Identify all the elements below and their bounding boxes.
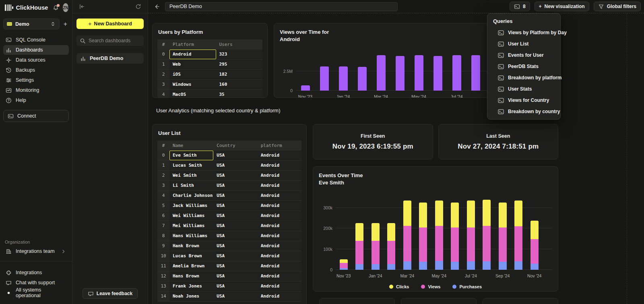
table-cell[interactable]: Android — [258, 231, 301, 241]
table-cell[interactable]: Lucas Brown — [169, 251, 213, 261]
table-cell[interactable]: 14 — [157, 291, 169, 301]
search-dashboards-input[interactable] — [89, 38, 140, 43]
table-cell[interactable]: USA — [213, 211, 257, 221]
bar-Mar24[interactable] — [403, 201, 411, 270]
table-cell[interactable]: USA — [213, 291, 257, 301]
bar-Jul24[interactable] — [452, 55, 461, 91]
dashboard-search[interactable] — [76, 35, 144, 46]
sidebar-item-integrations-team[interactable]: Integrations team — [3, 246, 69, 256]
sidebar-item-help[interactable]: Help — [3, 95, 69, 105]
table-cell[interactable]: USA — [213, 271, 257, 281]
bar-Nov23[interactable] — [340, 259, 348, 270]
dashboard-title-input[interactable] — [165, 2, 398, 11]
legend-item-purchases[interactable]: Purchases — [452, 284, 482, 289]
table-cell[interactable]: 4 — [157, 190, 169, 201]
table-cell[interactable]: Android — [258, 251, 301, 261]
query-item[interactable]: Breakdown by country — [487, 106, 560, 117]
table-cell[interactable]: Android — [258, 241, 301, 251]
table-cell[interactable]: Wei Smith — [169, 170, 213, 180]
table-cell[interactable]: 6 — [157, 211, 169, 221]
table-cell[interactable]: Android — [258, 281, 301, 291]
sidebar-item-settings[interactable]: Settings — [3, 75, 69, 85]
table-cell[interactable]: Jack Williams — [169, 201, 213, 211]
bar-Dec23[interactable] — [320, 66, 329, 91]
table-cell[interactable]: USA — [213, 281, 257, 291]
bar-Jan24[interactable] — [339, 66, 348, 91]
dashboard-list-item[interactable]: PeerDB Demo — [76, 53, 144, 64]
table-cell[interactable]: Android — [258, 190, 301, 201]
connect-button[interactable]: Connect — [3, 110, 69, 122]
table-cell[interactable]: Android — [258, 180, 301, 190]
sidebar-footer-item-chat-with-support[interactable]: Chat with support — [3, 278, 69, 287]
table-cell[interactable]: MacOS — [169, 89, 216, 98]
leave-feedback-button[interactable]: Leave feedback — [83, 288, 138, 299]
table-cell[interactable]: Hans Williams — [169, 231, 213, 241]
table-cell[interactable]: Lucas Smith — [169, 160, 213, 170]
table-cell[interactable]: Windows — [169, 79, 216, 89]
table-cell[interactable]: USA — [213, 261, 257, 271]
clickhouse-logo[interactable]: ClickHouse — [5, 4, 48, 11]
bar-Apr24[interactable] — [396, 56, 405, 91]
table-cell[interactable]: Android — [258, 211, 301, 221]
legend-item-views[interactable]: Views — [421, 284, 440, 289]
table-cell[interactable]: Amelia Brown — [169, 261, 213, 271]
notifications-bell-icon[interactable] — [53, 5, 59, 11]
refresh-icon[interactable] — [134, 3, 142, 10]
legend-item-clicks[interactable]: Clicks — [389, 284, 409, 289]
bar-Jan24[interactable] — [372, 223, 380, 270]
table-cell[interactable]: 3 — [157, 180, 169, 190]
query-item[interactable]: Events for User — [487, 50, 560, 61]
bar-Nov23[interactable] — [301, 85, 310, 91]
collapse-panel-icon[interactable] — [78, 3, 86, 10]
query-item[interactable]: User Stats — [487, 83, 560, 95]
query-item[interactable]: Views for Country — [487, 95, 560, 106]
queries-count-button[interactable]: 8 — [510, 2, 530, 11]
bar-Feb24[interactable] — [387, 223, 395, 270]
sidebar-item-data-sources[interactable]: Data sources — [3, 55, 69, 65]
user-avatar[interactable]: ZN — [63, 3, 68, 12]
bar-Jun24[interactable] — [451, 203, 459, 270]
bar-Dec23[interactable] — [355, 223, 363, 270]
new-dashboard-button[interactable]: + New Dashboard — [76, 19, 144, 29]
table-cell[interactable]: 0 — [157, 151, 169, 161]
table-cell[interactable]: Android — [258, 170, 301, 180]
table-cell[interactable]: Android — [258, 160, 301, 170]
bar-May24[interactable] — [415, 55, 423, 91]
global-filters-button[interactable]: Global filters — [594, 2, 641, 11]
table-cell[interactable]: iOS — [169, 69, 216, 79]
table-cell[interactable]: Android — [258, 261, 301, 271]
new-visualization-button[interactable]: + New visualization — [535, 2, 589, 11]
table-cell[interactable]: USA — [213, 170, 257, 180]
table-cell[interactable]: 3 — [157, 79, 169, 89]
bar-Jun24[interactable] — [433, 56, 442, 91]
table-cell[interactable]: 5 — [157, 201, 169, 211]
table-cell[interactable]: 295 — [216, 59, 263, 69]
back-button[interactable] — [153, 3, 161, 10]
sidebar-item-dashboards[interactable]: Dashboards — [3, 45, 69, 55]
table-cell[interactable]: Web — [169, 59, 216, 69]
table-cell[interactable]: 4 — [157, 89, 169, 98]
table-cell[interactable]: Noah Jones — [169, 291, 213, 301]
table-cell[interactable]: Eve Smith — [169, 151, 213, 161]
sidebar-footer-item-all-systems-operational[interactable]: All systems operational — [3, 288, 69, 298]
table-cell[interactable]: USA — [213, 241, 257, 251]
table-cell[interactable]: Charlie Johnson — [169, 190, 213, 201]
table-cell[interactable]: Android — [258, 201, 301, 211]
table-cell[interactable]: 7 — [157, 221, 169, 231]
table-cell[interactable]: Android — [169, 50, 216, 60]
bar-Nov24[interactable] — [530, 221, 539, 270]
bar-Sep24[interactable] — [499, 203, 507, 270]
table-cell[interactable]: Hans Brown — [169, 271, 213, 281]
sidebar-item-backups[interactable]: Backups — [3, 65, 69, 75]
workspace-selector[interactable]: Demo — [3, 19, 60, 29]
table-cell[interactable]: 0 — [157, 50, 169, 60]
bar-Apr24[interactable] — [419, 203, 427, 270]
table-cell[interactable]: 2 — [157, 69, 169, 79]
table-cell[interactable]: 2 — [157, 170, 169, 180]
table-cell[interactable]: 160 — [216, 79, 263, 89]
query-item[interactable]: PeerDB Stats — [487, 61, 560, 72]
table-cell[interactable]: Android — [258, 151, 301, 161]
table-cell[interactable]: USA — [213, 190, 257, 201]
table-cell[interactable]: 35 — [216, 89, 263, 98]
table-cell[interactable]: Li Smith — [169, 180, 213, 190]
